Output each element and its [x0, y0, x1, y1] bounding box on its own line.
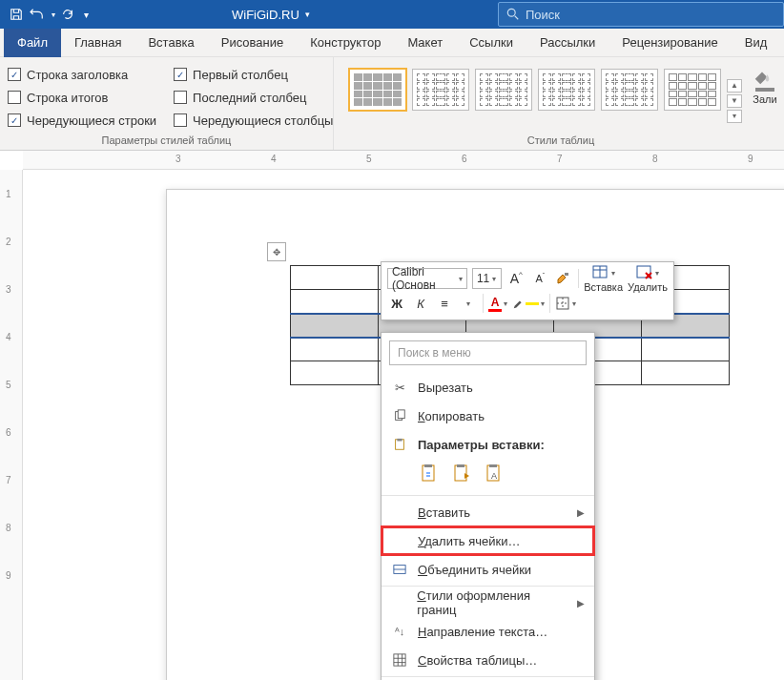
menu-merge-cells[interactable]: Объединить ячейки [382, 555, 594, 584]
svg-line-1 [515, 16, 519, 20]
table-style-gallery[interactable]: ▲▼▾ [341, 63, 750, 133]
text-direction-icon: ᴬ↓ [391, 626, 408, 638]
document-title: WiFiGiD.RU ▾ [232, 8, 310, 22]
search-icon [506, 8, 520, 21]
ribbon: Строка заголовка Строка итогов Чередующи… [0, 57, 784, 151]
ruler-horizontal: 3 4 5 6 7 8 9 [23, 151, 784, 170]
ruler-vertical: 1 2 3 4 5 6 7 8 9 [0, 170, 23, 680]
tab-references[interactable]: Ссылки [456, 29, 526, 57]
check-banded-columns[interactable]: Чередующиеся столбцы [174, 109, 333, 132]
checkbox-icon [174, 91, 187, 104]
redo-icon[interactable] [61, 8, 74, 21]
tab-file[interactable]: Файл [4, 29, 61, 57]
menu-text-direction[interactable]: ᴬ↓ Направление текста… [382, 617, 594, 646]
italic-button[interactable]: К [411, 293, 430, 314]
decrease-font-icon[interactable]: Aˇ [530, 268, 549, 289]
svg-point-0 [507, 9, 515, 16]
menu-paste-options: Параметры вставки: [382, 430, 594, 459]
menu-search[interactable]: Поиск в меню [389, 340, 587, 365]
table-style-thumb[interactable] [664, 69, 721, 111]
checkbox-icon [8, 68, 21, 81]
borders-button[interactable]: ▾ [555, 293, 576, 314]
undo-icon[interactable] [29, 8, 46, 21]
check-header-row[interactable]: Строка заголовка [8, 63, 156, 86]
document-canvas[interactable]: ✥ Calibri (Основн▾ 11▾ A^ Aˇ ▾ Вставка [23, 170, 784, 680]
title-dropdown-icon[interactable]: ▾ [305, 10, 310, 19]
table-style-thumb[interactable] [412, 69, 469, 111]
format-painter-icon[interactable] [554, 268, 573, 289]
svg-rect-15 [397, 439, 402, 442]
delete-table-button[interactable]: ▾ Удалить [628, 264, 668, 293]
font-size-combo[interactable]: 11▾ [472, 268, 502, 289]
menu-table-properties[interactable]: Свойства таблицы… [382, 646, 594, 674]
qat-customize-icon[interactable]: ▾ [84, 10, 89, 20]
checkbox-icon [8, 113, 21, 127]
save-icon[interactable] [10, 8, 23, 21]
menu-copy[interactable]: Копировать [382, 402, 594, 430]
bold-button[interactable]: Ж [387, 293, 406, 314]
insert-table-button[interactable]: ▾ Вставка [584, 264, 623, 293]
search-placeholder: Поиск [526, 8, 560, 22]
title-bar: ▾ ▾ WiFiGiD.RU ▾ Поиск [0, 0, 784, 29]
group-table-styles: ▲▼▾ Зали Стили таблиц [334, 57, 784, 150]
table-style-thumb[interactable] [349, 69, 406, 111]
tab-view[interactable]: Вид [732, 29, 781, 57]
tab-design[interactable]: Конструктор [297, 29, 394, 57]
menu-insert[interactable]: Вставить ▶ [382, 498, 594, 526]
shading-label: Зали [752, 93, 778, 105]
tab-mailings[interactable]: Рассылки [526, 29, 609, 57]
svg-rect-25 [394, 654, 405, 666]
merge-cells-icon [391, 563, 408, 576]
menu-delete-cells[interactable]: Удалить ячейки… [382, 526, 594, 555]
table-style-thumb[interactable] [601, 69, 658, 111]
tab-home[interactable]: Главная [61, 29, 134, 57]
svg-rect-21 [489, 464, 497, 467]
check-last-column[interactable]: Последний столбец [174, 86, 333, 109]
align-button[interactable]: ≡ [435, 293, 454, 314]
gallery-scroll[interactable]: ▲▼▾ [727, 69, 742, 133]
svg-rect-13 [398, 410, 404, 419]
check-banded-rows[interactable]: Чередующиеся строки [8, 109, 156, 132]
cut-icon: ✂ [391, 381, 408, 395]
ribbon-tabs: Файл Главная Вставка Рисование Конструкт… [0, 29, 784, 57]
paste-options-row: A [382, 459, 594, 493]
context-menu: Поиск в меню ✂ Вырезать Копировать Парам… [381, 332, 595, 680]
chevron-right-icon: ▶ [577, 598, 585, 608]
tab-layout[interactable]: Макет [394, 29, 456, 57]
svg-rect-17 [424, 464, 432, 467]
font-color-button[interactable]: A▾ [488, 293, 507, 314]
paste-merge-icon[interactable] [450, 461, 475, 485]
table-move-handle-icon[interactable]: ✥ [267, 242, 286, 261]
undo-dropdown-icon[interactable]: ▾ [52, 10, 55, 19]
group-label: Параметры стилей таблиц [8, 133, 325, 148]
table-style-thumb[interactable] [538, 69, 595, 111]
paste-text-only-icon[interactable]: A [483, 461, 507, 485]
svg-text:A: A [491, 471, 497, 481]
paste-keep-source-icon[interactable] [418, 461, 443, 485]
chevron-right-icon: ▶ [577, 507, 585, 518]
menu-border-styles[interactable]: Стили оформления границ ▶ [382, 588, 594, 617]
tab-review[interactable]: Рецензирование [609, 29, 731, 57]
highlight-button[interactable]: ▾ [512, 293, 545, 314]
check-total-row[interactable]: Строка итогов [8, 86, 156, 109]
table-properties-icon [391, 653, 408, 667]
workspace: 1 2 3 4 5 6 7 8 9 ✥ Calibri (Основн▾ 11▾ [0, 170, 784, 680]
menu-cut[interactable]: ✂ Вырезать [382, 373, 594, 402]
quick-access-toolbar: ▾ ▾ [0, 8, 98, 21]
font-name-combo[interactable]: Calibri (Основн▾ [387, 268, 467, 289]
tab-insert[interactable]: Вставка [134, 29, 207, 57]
group-label: Стили таблиц [341, 133, 780, 148]
search-box[interactable]: Поиск [498, 2, 784, 27]
shading-button[interactable]: Зали [750, 63, 780, 133]
table-style-thumb[interactable] [475, 69, 532, 111]
copy-icon [391, 409, 408, 422]
mini-toolbar: Calibri (Основн▾ 11▾ A^ Aˇ ▾ Вставка ▾ У… [381, 261, 674, 320]
underline-split[interactable]: ▾ [459, 293, 478, 314]
tab-draw[interactable]: Рисование [208, 29, 297, 57]
checkbox-icon [174, 113, 187, 127]
check-first-column[interactable]: Первый столбец [174, 63, 333, 86]
checkbox-icon [8, 91, 21, 104]
checkbox-icon [174, 68, 187, 81]
increase-font-icon[interactable]: A^ [506, 268, 526, 289]
group-table-style-options: Строка заголовка Строка итогов Чередующи… [0, 57, 334, 150]
